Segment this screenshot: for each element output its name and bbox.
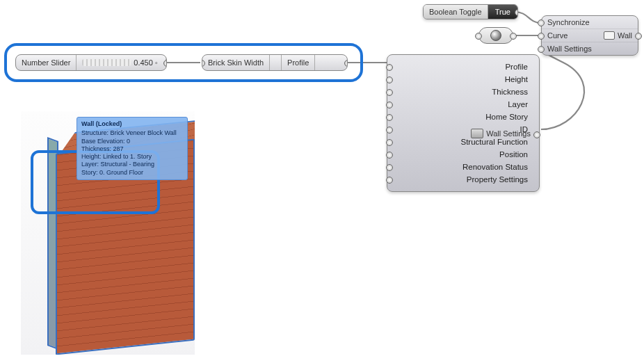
brick-skin-icon bbox=[270, 55, 282, 70]
wall-output-port[interactable] bbox=[635, 33, 642, 40]
ws-port-height[interactable] bbox=[386, 76, 393, 83]
ws-port-homestory[interactable] bbox=[386, 114, 393, 121]
brick-skin-output-port[interactable] bbox=[344, 60, 348, 67]
wall-icon bbox=[604, 31, 615, 40]
curve-param-output-port[interactable] bbox=[510, 33, 517, 40]
number-slider-value: 0.450 bbox=[134, 58, 153, 67]
wall-input-settings-port[interactable] bbox=[538, 46, 545, 53]
ws-port-id[interactable] bbox=[386, 127, 393, 134]
tooltip-line: Layer: Structural - Bearing bbox=[81, 161, 183, 168]
ws-input-layer: Layer bbox=[394, 100, 532, 108]
ws-port-property[interactable] bbox=[386, 177, 393, 184]
wall-settings-icon bbox=[471, 129, 483, 138]
tooltip-line: Story: 0. Ground Floor bbox=[81, 169, 183, 177]
number-slider-node[interactable]: Number Slider 0.450 ◦ bbox=[15, 54, 167, 71]
ws-input-position: Position bbox=[394, 150, 532, 159]
ws-input-renovation: Renovation Status bbox=[394, 163, 532, 171]
brick-skin-output-label: Profile bbox=[282, 55, 315, 70]
boolean-toggle-label: Boolean Toggle bbox=[424, 5, 488, 19]
wall-input-synchronize: Synchronize bbox=[547, 18, 590, 26]
ws-input-homestory: Home Story bbox=[394, 113, 532, 121]
wall-component-node[interactable]: Synchronize Curve Wall Wall Settings bbox=[541, 15, 638, 56]
curve-param-icon bbox=[490, 30, 501, 41]
ws-input-property: Property Settings bbox=[394, 175, 532, 184]
ws-input-thickness: Thickness bbox=[394, 88, 532, 96]
boolean-toggle-output-port[interactable] bbox=[515, 9, 518, 16]
ws-port-structural[interactable] bbox=[386, 139, 393, 146]
tooltip-title: Wall (Locked) bbox=[81, 120, 183, 128]
ws-port-thickness[interactable] bbox=[386, 89, 393, 96]
ws-port-layer[interactable] bbox=[386, 102, 393, 108]
viewport-preview: Wall (Locked) Structure: Brick Veneer Bl… bbox=[21, 111, 195, 355]
wall-settings-node[interactable]: Profile Height Thickness Layer Home Stor… bbox=[387, 54, 540, 192]
curve-param-node[interactable] bbox=[478, 27, 513, 44]
wall-input-settings: Wall Settings bbox=[547, 45, 592, 53]
number-slider-track[interactable] bbox=[82, 59, 131, 66]
wall-output-label: Wall bbox=[618, 31, 632, 40]
ws-port-renovation[interactable] bbox=[386, 164, 393, 171]
boolean-toggle-value[interactable]: True bbox=[488, 5, 517, 19]
number-slider-label: Number Slider bbox=[16, 55, 77, 70]
number-slider-output-port[interactable] bbox=[163, 60, 167, 67]
tooltip-line: Height: Linked to 1. Story bbox=[81, 153, 183, 161]
curve-param-input-port[interactable] bbox=[475, 33, 482, 40]
ws-input-profile: Profile bbox=[394, 63, 532, 71]
brick-skin-input-label: Brick Skin Width bbox=[202, 55, 270, 70]
boolean-toggle-node[interactable]: Boolean Toggle True bbox=[423, 4, 518, 19]
tooltip-line: Thickness: 287 bbox=[81, 145, 183, 153]
wall-settings-output-port[interactable] bbox=[533, 131, 540, 138]
ws-input-height: Height bbox=[394, 75, 532, 83]
wall-input-curve-port[interactable] bbox=[538, 33, 545, 40]
tooltip-line: Structure: Brick Veneer Block Wall bbox=[81, 129, 183, 137]
wall-settings-output-label: Wall Settings bbox=[486, 129, 531, 138]
ws-port-profile[interactable] bbox=[386, 64, 393, 71]
wall-input-synchronize-port[interactable] bbox=[538, 19, 545, 26]
wall-input-curve: Curve bbox=[547, 31, 567, 40]
ws-input-structural: Structural Function bbox=[394, 138, 532, 146]
tooltip-line: Base Elevation: 0 bbox=[81, 138, 183, 145]
wall-info-tooltip: Wall (Locked) Structure: Brick Veneer Bl… bbox=[77, 117, 188, 180]
ws-port-position[interactable] bbox=[386, 152, 393, 159]
brick-skin-width-node[interactable]: Brick Skin Width Profile bbox=[202, 54, 348, 71]
